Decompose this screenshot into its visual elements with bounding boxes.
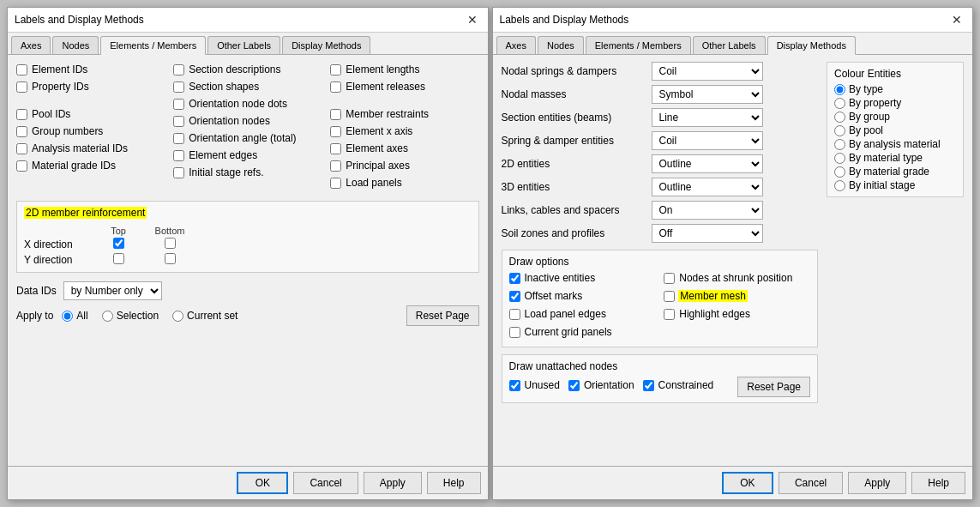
colour-radio-group: By type By property By group By poo [834, 83, 956, 191]
section-entities-row: Section entities (beams) LineCoilSymbolN… [502, 108, 819, 127]
section-shapes-label: Section shapes [189, 81, 259, 93]
by-material-type-radio[interactable] [834, 153, 845, 164]
section-desc-checkbox[interactable] [173, 64, 184, 75]
element-axes-checkbox[interactable] [330, 143, 341, 154]
by-property-radio[interactable] [834, 98, 845, 109]
property-ids-label: Property IDs [32, 81, 89, 93]
principal-axes-row: Principal axes [330, 160, 478, 172]
by-group-radio[interactable] [834, 112, 845, 123]
title-bar-2: Labels and Display Methods ✕ [493, 8, 973, 33]
by-pool-radio[interactable] [834, 125, 845, 136]
links-cables-select[interactable]: OnOff [652, 201, 763, 220]
principal-axes-checkbox[interactable] [330, 160, 341, 172]
element-lengths-checkbox[interactable] [330, 64, 341, 75]
orient-node-dots-checkbox[interactable] [173, 99, 184, 110]
by-pool-item: By pool [834, 124, 956, 136]
tab-nodes-2[interactable]: Nodes [538, 36, 584, 54]
property-ids-checkbox[interactable] [16, 81, 27, 93]
member-mesh-checkbox[interactable] [664, 291, 675, 302]
tab-other-1[interactable]: Other Labels [207, 36, 280, 54]
x-direction-label: X direction [24, 238, 93, 250]
member-restraints-checkbox[interactable] [330, 109, 341, 120]
element-lengths-label: Element lengths [346, 63, 419, 75]
orient-nodes-checkbox[interactable] [173, 116, 184, 127]
load-panel-edges-checkbox[interactable] [509, 309, 520, 320]
nodes-shrunk-label: Nodes at shrunk position [679, 272, 792, 284]
apply-button-1[interactable]: Apply [364, 472, 422, 494]
tab-axes-1[interactable]: Axes [11, 36, 51, 54]
apply-button-2[interactable]: Apply [848, 472, 906, 494]
y-direction-bottom-checkbox[interactable] [165, 253, 176, 264]
close-button-1[interactable]: ✕ [464, 13, 481, 27]
element-releases-checkbox[interactable] [330, 81, 341, 93]
by-type-radio[interactable] [834, 84, 845, 95]
by-property-label: By property [849, 97, 901, 109]
apply-to-selection-radio[interactable] [102, 311, 113, 322]
tab-display-1[interactable]: Display Methods [282, 36, 370, 54]
tab-elements-1[interactable]: Elements / Members [100, 36, 206, 55]
tab-other-2[interactable]: Other Labels [693, 36, 766, 54]
x-direction-top-checkbox[interactable] [113, 238, 124, 249]
spring-damper-select[interactable]: CoilLineSymbolNone [652, 131, 763, 150]
2d-entities-select[interactable]: OutlineFillNone [652, 154, 763, 173]
by-material-type-label: By material type [849, 152, 923, 164]
by-initial-stage-item: By initial stage [834, 179, 956, 191]
inactive-entities-checkbox[interactable] [509, 273, 520, 284]
offset-marks-checkbox[interactable] [509, 291, 520, 302]
nodal-masses-select[interactable]: SymbolCoilLineNone [652, 85, 763, 104]
orientation-checkbox[interactable] [568, 380, 580, 391]
tab-axes-2[interactable]: Axes [496, 36, 536, 54]
soil-zones-select[interactable]: OffOn [652, 224, 763, 243]
load-panels-checkbox[interactable] [330, 178, 341, 189]
by-material-grade-radio[interactable] [834, 166, 845, 178]
help-button-1[interactable]: Help [427, 472, 481, 494]
cancel-button-2[interactable]: Cancel [779, 472, 843, 494]
element-edges-checkbox[interactable] [173, 150, 184, 161]
element-releases-label: Element releases [346, 81, 425, 93]
apply-to-current-radio[interactable] [172, 311, 183, 322]
current-grid-panels-checkbox[interactable] [509, 327, 520, 338]
y-direction-top-checkbox[interactable] [113, 253, 124, 264]
by-initial-stage-radio[interactable] [834, 180, 845, 191]
ok-button-2[interactable]: OK [722, 472, 773, 494]
constrained-checkbox[interactable] [643, 380, 654, 391]
3d-entities-select[interactable]: OutlineFillNone [652, 178, 763, 196]
ok-button-1[interactable]: OK [237, 472, 288, 494]
help-button-2[interactable]: Help [911, 472, 965, 494]
principal-axes-label: Principal axes [346, 160, 410, 172]
tab-elements-2[interactable]: Elements / Members [586, 36, 691, 54]
section-desc-label: Section descriptions [189, 63, 280, 75]
element-x-axis-checkbox[interactable] [330, 126, 341, 137]
section-entities-select[interactable]: LineCoilSymbolNone [652, 108, 763, 127]
reset-page-button-1[interactable]: Reset Page [406, 305, 479, 326]
material-grade-ids-checkbox[interactable] [16, 160, 27, 172]
member-restraints-label: Member restraints [346, 108, 429, 120]
group-numbers-checkbox[interactable] [16, 126, 27, 137]
highlight-edges-checkbox[interactable] [664, 309, 675, 320]
nodes-shrunk-checkbox[interactable] [664, 273, 675, 284]
content-1: Element IDs Property IDs Pool IDs Group … [8, 55, 488, 466]
nodal-springs-select[interactable]: CoilSymbolLineNone [652, 62, 763, 81]
section-shapes-checkbox[interactable] [173, 81, 184, 93]
by-analysis-material-radio[interactable] [834, 139, 845, 150]
unused-checkbox[interactable] [509, 380, 520, 391]
pool-ids-checkbox[interactable] [16, 109, 27, 120]
apply-to-all-radio[interactable] [62, 311, 73, 322]
apply-to-all-label: All [76, 310, 87, 322]
data-ids-select[interactable]: by Number only by Name only by Both [63, 281, 162, 300]
material-grade-ids-row: Material grade IDs [16, 160, 165, 172]
by-pool-label: By pool [849, 124, 883, 136]
by-analysis-material-item: By analysis material [834, 138, 956, 150]
cancel-button-1[interactable]: Cancel [293, 472, 358, 494]
element-ids-checkbox[interactable] [16, 64, 27, 75]
orient-angle-checkbox[interactable] [173, 133, 184, 144]
close-button-2[interactable]: ✕ [948, 13, 965, 27]
orient-node-dots-row: Orientation node dots [173, 98, 322, 110]
col2: Section descriptions Section shapes Orie… [173, 63, 322, 192]
tab-nodes-1[interactable]: Nodes [52, 36, 99, 54]
initial-stage-checkbox[interactable] [173, 167, 184, 178]
tab-display-2[interactable]: Display Methods [767, 36, 856, 55]
analysis-material-ids-checkbox[interactable] [16, 143, 27, 154]
reset-page-button-2[interactable]: Reset Page [737, 377, 810, 397]
x-direction-bottom-checkbox[interactable] [165, 238, 176, 249]
